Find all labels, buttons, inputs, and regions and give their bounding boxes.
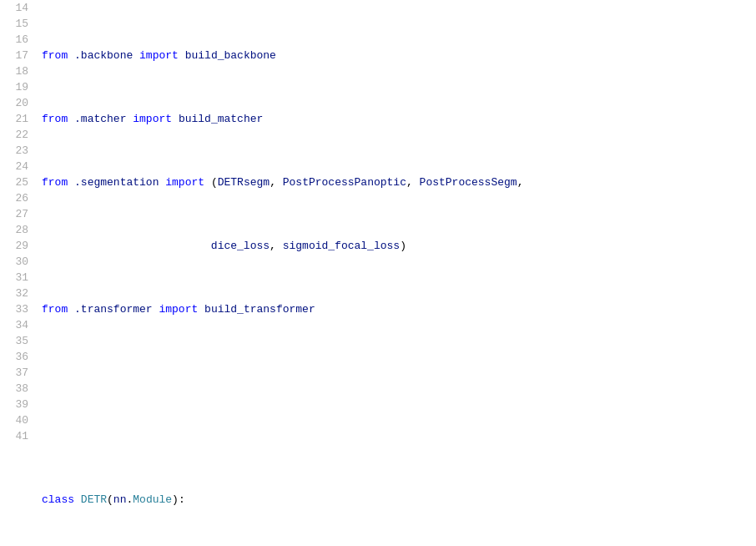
line-num-41: 41: [7, 428, 28, 444]
line-num-36: 36: [7, 349, 28, 365]
line-num-29: 29: [7, 238, 28, 254]
line-num-16: 16: [7, 32, 28, 48]
line-num-38: 38: [7, 381, 28, 397]
line-num-30: 30: [7, 254, 28, 270]
line-num-23: 23: [7, 143, 28, 159]
line-num-32: 32: [7, 286, 28, 301]
line-num-21: 21: [7, 111, 28, 127]
line-num-17: 17: [7, 48, 28, 63]
line-num-22: 22: [7, 127, 28, 143]
line-num-15: 15: [7, 16, 28, 32]
code-line-19: [42, 365, 756, 381]
code-editor: 14 15 16 17 18 19 20 21 22 23 24 25 26 2…: [0, 0, 756, 546]
line-num-26: 26: [7, 190, 28, 206]
line-num-20: 20: [7, 95, 28, 111]
line-num-31: 31: [7, 270, 28, 286]
code-line-15: from .matcher import build_matcher: [42, 111, 756, 127]
code-line-16: from .segmentation import (DETRsegm, Pos…: [42, 174, 756, 190]
code-line-14: from .backbone import build_backbone: [42, 48, 756, 63]
line-num-19: 19: [7, 79, 28, 95]
line-num-33: 33: [7, 301, 28, 317]
code-line-17: dice_loss, sigmoid_focal_loss): [42, 238, 756, 254]
line-num-35: 35: [7, 333, 28, 349]
line-num-37: 37: [7, 365, 28, 381]
line-num-40: 40: [7, 412, 28, 428]
line-num-18: 18: [7, 63, 28, 79]
line-num-39: 39: [7, 397, 28, 412]
code-line-20: [42, 428, 756, 444]
line-num-34: 34: [7, 317, 28, 333]
line-num-24: 24: [7, 159, 28, 174]
line-num-28: 28: [7, 222, 28, 238]
line-num-25: 25: [7, 174, 28, 190]
line-num-27: 27: [7, 206, 28, 222]
line-num-14: 14: [7, 0, 28, 16]
code-line-18: from .transformer import build_transform…: [42, 301, 756, 317]
line-numbers-gutter: 14 15 16 17 18 19 20 21 22 23 24 25 26 2…: [0, 0, 35, 546]
code-line-21: class DETR(nn.Module):: [42, 492, 756, 508]
code-text-area[interactable]: from .backbone import build_backbone fro…: [35, 0, 756, 546]
